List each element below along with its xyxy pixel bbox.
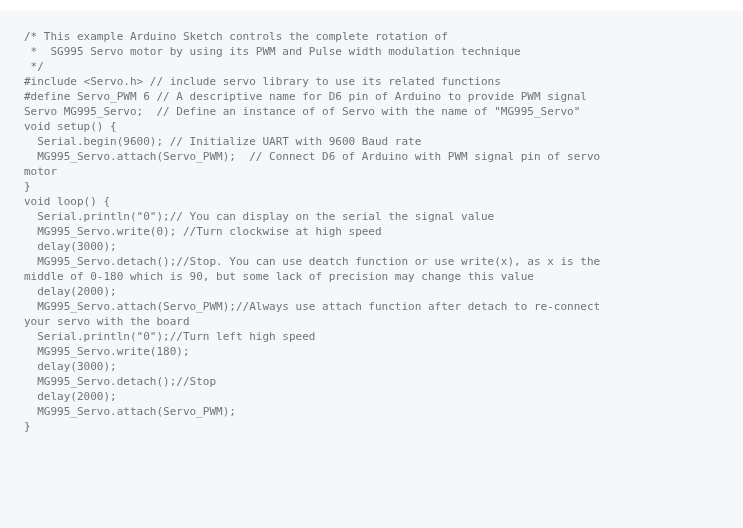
code-line: middle of 0-180 which is 90, but some la… <box>24 269 719 284</box>
code-line: delay(2000); <box>24 284 719 299</box>
code-line: delay(2000); <box>24 389 719 404</box>
code-line: } <box>24 419 719 434</box>
code-line: delay(3000); <box>24 359 719 374</box>
code-line: delay(3000); <box>24 239 719 254</box>
code-content: /* This example Arduino Sketch controls … <box>24 29 719 434</box>
code-line: MG995_Servo.attach(Servo_PWM); <box>24 404 719 419</box>
code-line: void setup() { <box>24 119 719 134</box>
code-line: Serial.println("0");//Turn left high spe… <box>24 329 719 344</box>
code-line: MG995_Servo.write(180); <box>24 344 719 359</box>
code-line: Servo MG995_Servo; // Define an instance… <box>24 104 719 119</box>
code-line: /* This example Arduino Sketch controls … <box>24 29 719 44</box>
code-line: MG995_Servo.detach();//Stop. You can use… <box>24 254 719 269</box>
code-line: #include <Servo.h> // include servo libr… <box>24 74 719 89</box>
code-line: motor <box>24 164 719 179</box>
code-line: */ <box>24 59 719 74</box>
code-line: Serial.println("0");// You can display o… <box>24 209 719 224</box>
code-line: Serial.begin(9600); // Initialize UART w… <box>24 134 719 149</box>
code-line: MG995_Servo.write(0); //Turn clockwise a… <box>24 224 719 239</box>
code-line: * SG995 Servo motor by using its PWM and… <box>24 44 719 59</box>
code-line: } <box>24 179 719 194</box>
code-line: MG995_Servo.detach();//Stop <box>24 374 719 389</box>
code-line: #define Servo_PWM 6 // A descriptive nam… <box>24 89 719 104</box>
code-line: void loop() { <box>24 194 719 209</box>
code-line: MG995_Servo.attach(Servo_PWM);//Always u… <box>24 299 719 314</box>
code-line: your servo with the board <box>24 314 719 329</box>
code-block: /* This example Arduino Sketch controls … <box>0 11 743 528</box>
code-line: MG995_Servo.attach(Servo_PWM); // Connec… <box>24 149 719 164</box>
